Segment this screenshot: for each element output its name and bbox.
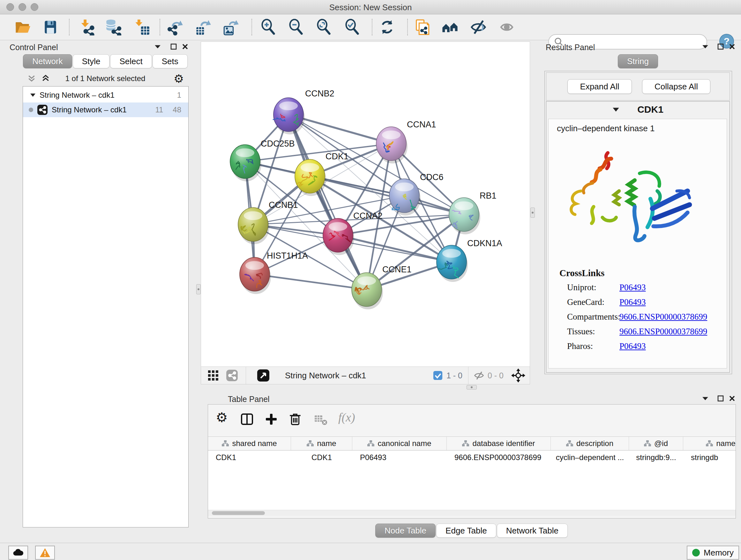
table-cell[interactable]: cyclin–dependent ... [551,453,629,462]
column-header-namespace[interactable]: namespace [683,437,736,450]
left-splitter-handle[interactable] [196,284,201,294]
tab-network-table[interactable]: Network Table [497,523,568,538]
column-header-shared-name[interactable]: shared name [208,437,291,450]
collapse-all-tree-button[interactable] [27,74,36,82]
table-cell[interactable]: P06493 [352,453,447,462]
import-network-icon [78,19,95,36]
right-splitter-handle[interactable] [530,207,535,218]
export-network-button[interactable] [165,17,185,37]
network-options-gear-icon[interactable]: ⚙ [174,72,184,85]
home-view-button[interactable] [441,17,460,37]
network-graph[interactable]: CCNB2CCNA1CDC25BCDK1CDC6RB1CCNB1CCNA2CDK… [201,42,530,367]
export-table-icon [195,19,212,36]
column-header-name[interactable]: name [291,437,352,450]
zoom-out-button[interactable] [286,17,306,37]
houses-icon [441,18,459,36]
table-cell[interactable]: stringdb [683,453,736,462]
tab-style[interactable]: Style [73,54,110,68]
zoom-fit-button[interactable] [314,17,333,37]
results-panel-tabs: String [544,54,731,68]
table-cell[interactable]: CDK1 [208,453,291,462]
table-panel-menu-icon[interactable] [702,396,709,401]
results-panel-float-icon[interactable] [718,44,724,50]
network-edge[interactable] [255,274,367,290]
collapse-all-button[interactable]: Collapse All [642,79,711,94]
network-row-selected[interactable]: String Network – cdk1 11 48 [23,103,188,117]
tab-node-table[interactable]: Node Table [375,523,435,538]
import-table-file-button[interactable] [132,17,151,37]
table-cell[interactable]: stringdb:9... [629,453,683,462]
table-panel-close-icon[interactable] [729,395,735,401]
show-columns-icon[interactable] [240,412,254,426]
memory-button[interactable]: Memory [687,546,739,560]
results-panel-close-icon[interactable] [729,44,735,50]
tab-edge-table[interactable]: Edge Table [436,523,496,538]
crosslink-link[interactable]: P06493 [619,283,646,293]
warnings-button[interactable] [35,546,55,560]
column-header-description[interactable]: description [551,437,629,450]
import-network-file-button[interactable] [77,17,96,37]
toolbar-separator [159,19,160,36]
zoom-in-button[interactable] [259,17,278,37]
add-column-icon[interactable] [264,412,278,426]
network-view-icon-disabled[interactable] [226,369,238,381]
import-network-database-button[interactable] [104,17,123,37]
tab-string[interactable]: String [618,54,658,68]
expand-all-tree-button[interactable] [42,74,50,82]
save-session-button[interactable] [41,17,60,37]
crosslink-link[interactable]: P06493 [619,341,646,351]
entry-expander-icon[interactable] [612,107,619,112]
control-panel-float-icon[interactable] [171,44,177,50]
zoom-selected-button[interactable] [342,17,361,37]
network-edge[interactable] [288,115,367,290]
network-selection-summary: 1 of 1 Network selected [54,74,156,83]
refresh-button[interactable] [378,17,397,37]
node-label-CDK1: CDK1 [326,152,348,161]
control-panel-menu-icon[interactable] [154,44,161,49]
bottom-splitter-handle[interactable] [467,385,477,389]
delete-table-icon-disabled[interactable] [314,414,327,426]
results-buttons-bar: Expand All Collapse All [546,72,730,101]
table-cell[interactable]: 9606.ENSP00000378699 [447,453,551,462]
results-panel-menu-icon[interactable] [702,44,709,49]
table-horizontal-scrollbar[interactable] [208,510,736,516]
collection-expander-icon[interactable] [30,93,36,98]
network-canvas[interactable]: CCNB2CCNA1CDC25BCDK1CDC6RB1CCNB1CCNA2CDK… [201,42,530,367]
show-all-button[interactable] [497,17,516,37]
column-header-label: name [317,439,336,448]
function-builder-icon[interactable]: f(x) [338,410,355,424]
table-panel-float-icon[interactable] [718,395,724,401]
table-row[interactable]: CDK1CDK1P064939606.ENSP00000378699cyclin… [208,450,736,464]
delete-column-trash-icon[interactable] [288,412,302,426]
fit-content-crosshair-icon[interactable] [511,368,525,382]
hide-selected-button[interactable] [469,17,488,37]
annotations-button[interactable] [412,17,431,37]
expand-all-button[interactable]: Expand All [567,79,632,94]
open-session-button[interactable] [13,17,32,37]
scrollbar-thumb[interactable] [212,511,265,515]
tab-select[interactable]: Select [110,54,151,68]
control-panel-close-icon[interactable] [182,44,188,50]
tab-sets[interactable]: Sets [152,54,188,68]
table-cell[interactable]: CDK1 [291,453,352,462]
crosslink-link[interactable]: P06493 [619,297,646,307]
birdseye-view-icon[interactable] [257,369,270,382]
export-image-button[interactable] [221,17,241,37]
crosslink-link[interactable]: 9606.ENSP00000378699 [619,327,707,336]
tab-network[interactable]: Network [23,54,72,68]
crosslink-row: Uniprot:P06493 [549,283,727,297]
selected-checkbox-icon[interactable] [433,371,443,380]
entry-header[interactable]: CDK1 [546,104,730,115]
export-table-button[interactable] [194,17,213,37]
current-network-dot [29,108,33,112]
column-header-database-identifier[interactable]: database identifier [447,437,551,450]
main-toolbar: ? [0,14,741,40]
crosslink-link[interactable]: 9606.ENSP00000378699 [619,312,707,322]
column-header-canonical-name[interactable]: canonical name [352,437,447,450]
column-header-id[interactable]: @id [629,437,683,450]
table-options-gear-icon[interactable]: ⚙ [216,410,228,425]
grid-view-icon[interactable] [207,370,219,381]
network-collection-row[interactable]: String Network – cdk1 1 [23,88,188,103]
cloud-status-button[interactable] [8,546,28,560]
hidden-eye-slash-icon[interactable] [474,370,484,381]
